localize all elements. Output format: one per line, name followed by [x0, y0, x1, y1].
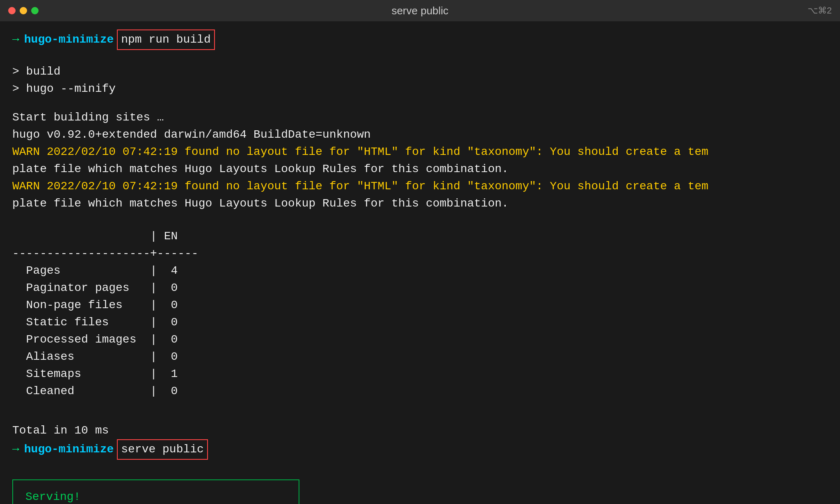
- prompt-dir-2: hugo-minimize: [24, 441, 114, 458]
- blank-line-4: [12, 404, 828, 415]
- serving-text: Serving!: [25, 488, 286, 504]
- close-button[interactable]: [8, 7, 16, 14]
- table-processed: Processed images | 0: [12, 331, 828, 348]
- prompt-cmd-2: serve public: [117, 439, 208, 460]
- maximize-button[interactable]: [31, 7, 39, 14]
- output-line-4: hugo v0.92.0+extended darwin/amd64 Build…: [12, 126, 828, 143]
- minimize-button[interactable]: [20, 7, 27, 14]
- table-header: | EN: [12, 228, 828, 245]
- output-line-3: Start building sites …: [12, 109, 828, 126]
- output-line-2: > hugo --minify: [12, 80, 828, 98]
- title-bar: serve public ⌥⌘2: [0, 0, 840, 21]
- window-title: serve public: [392, 5, 449, 17]
- terminal-body: → hugo-minimize npm run build > build > …: [0, 21, 840, 504]
- table-sitemaps: Sitemaps | 1: [12, 366, 828, 383]
- table-cleaned: Cleaned | 0: [12, 383, 828, 400]
- blank-line-1: [12, 52, 828, 63]
- blank-line-2: [12, 98, 828, 109]
- prompt-line-2: → hugo-minimize serve public: [12, 439, 828, 460]
- warn-line-2: WARN 2022/02/10 07:42:19 found no layout…: [12, 178, 828, 195]
- table-nonpage: Non-page files | 0: [12, 297, 828, 314]
- total-line: Total in 10 ms: [12, 422, 828, 439]
- table-aliases: Aliases | 0: [12, 348, 828, 366]
- output-line-1: > build: [12, 63, 828, 80]
- prompt-arrow-2: →: [12, 441, 19, 458]
- terminal-window: serve public ⌥⌘2 → hugo-minimize npm run…: [0, 0, 840, 504]
- blank-line-3: [12, 212, 828, 224]
- shortcut-hint: ⌥⌘2: [808, 5, 832, 16]
- prompt-cmd-1: npm run build: [117, 30, 215, 50]
- warn-line-2b: plate file which matches Hugo Layouts Lo…: [12, 195, 828, 212]
- table-separator: --------------------+------: [12, 245, 828, 262]
- table-pages: Pages | 4: [12, 262, 828, 279]
- stats-table: | EN --------------------+------ Pages |…: [12, 228, 828, 400]
- prompt-line-1: → hugo-minimize npm run build: [12, 30, 828, 50]
- blank-line-5: [12, 461, 828, 473]
- traffic-lights: [8, 7, 39, 14]
- table-static: Static files | 0: [12, 314, 828, 331]
- table-paginator: Paginator pages | 0: [12, 279, 828, 297]
- prompt-dir-1: hugo-minimize: [24, 31, 114, 48]
- prompt-arrow-1: →: [12, 31, 19, 48]
- warn-line-1: WARN 2022/02/10 07:42:19 found no layout…: [12, 143, 828, 161]
- serve-box: Serving!: [12, 479, 299, 504]
- warn-line-1b: plate file which matches Hugo Layouts Lo…: [12, 161, 828, 178]
